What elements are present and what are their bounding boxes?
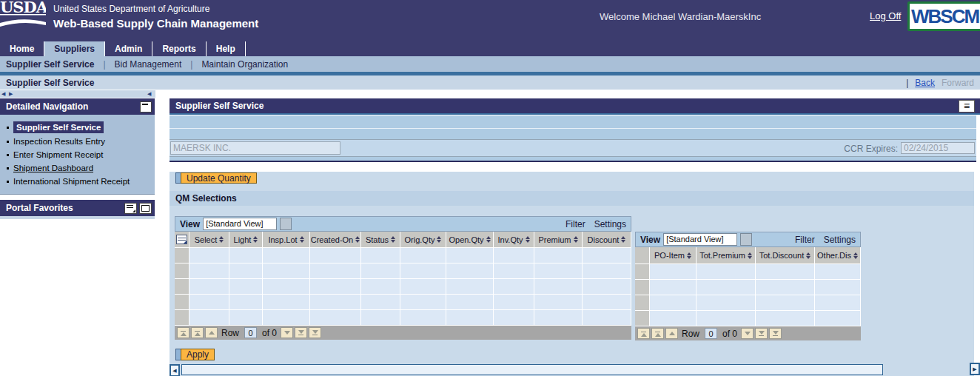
portal-favorites-strip: [0, 216, 155, 219]
row-selector[interactable]: [175, 295, 189, 310]
panel-menu-icon[interactable]: ≡: [959, 100, 975, 113]
view-select-dropdown-icon[interactable]: [740, 233, 752, 246]
column-header-tot-discount[interactable]: Tot.Discount: [756, 247, 815, 264]
apply-button[interactable]: Apply: [181, 349, 215, 360]
column-header-po-item[interactable]: PO-Item: [650, 247, 697, 264]
table-settings-cell[interactable]: [635, 247, 650, 264]
column-header-status[interactable]: Status: [361, 232, 400, 248]
table2-body: [635, 264, 861, 326]
page-down-button[interactable]: [295, 327, 307, 338]
first-row-button[interactable]: [177, 327, 189, 338]
view-select[interactable]: [Standard View]: [663, 233, 737, 246]
sidebar-item-international-shipment-receipt[interactable]: International Shipment Receipt: [0, 175, 155, 188]
minimize-icon[interactable]: [140, 101, 152, 113]
scroll-left-icon[interactable]: ◀: [170, 364, 180, 376]
qm-selections-table: View [Standard View] Filter Settings Sel…: [175, 216, 631, 340]
row-selector[interactable]: [175, 279, 189, 295]
row-number-input[interactable]: [244, 327, 257, 338]
sort-icon[interactable]: [486, 236, 491, 243]
table-settings-cell[interactable]: [175, 232, 189, 248]
sort-icon[interactable]: [437, 236, 441, 243]
detailed-navigation-header: Detailed Navigation: [0, 98, 155, 115]
settings-link[interactable]: Settings: [824, 235, 856, 245]
column-header-other-dis[interactable]: Other.Dis: [815, 247, 861, 264]
bullet-icon: [7, 141, 9, 143]
column-header-premium[interactable]: Premium: [534, 232, 583, 248]
row-selector[interactable]: [635, 280, 650, 295]
column-header-light[interactable]: Light: [229, 232, 263, 248]
sort-icon[interactable]: [219, 236, 224, 243]
sort-icon[interactable]: [300, 236, 304, 243]
row-down-button[interactable]: [741, 328, 754, 339]
last-row-button[interactable]: [309, 327, 321, 338]
page-down-button[interactable]: [755, 328, 768, 339]
log-off-link[interactable]: Log Off: [870, 10, 901, 21]
sidebar-item-inspection-results-entry[interactable]: Inspection Results Entry: [0, 135, 155, 148]
page-up-button[interactable]: [651, 328, 664, 339]
column-header-tot-premium[interactable]: Tot.Premium: [697, 247, 756, 264]
view-select-dropdown-icon[interactable]: [280, 218, 292, 230]
favorites-box-view-icon[interactable]: [139, 203, 152, 214]
row-selector[interactable]: [635, 264, 650, 280]
scroll-right-icon[interactable]: ▶: [970, 363, 980, 375]
row-selector[interactable]: [175, 310, 189, 326]
tab-home[interactable]: Home: [0, 41, 44, 56]
sort-icon[interactable]: [391, 236, 395, 243]
row-selector[interactable]: [175, 248, 189, 263]
row-selector[interactable]: [175, 263, 189, 279]
tab-admin[interactable]: Admin: [105, 41, 152, 56]
sort-icon[interactable]: [355, 236, 360, 243]
sort-icon[interactable]: [687, 252, 691, 259]
settings-link[interactable]: Settings: [594, 219, 626, 229]
wbscm-logo: WBSCM: [907, 1, 980, 31]
column-header-insp-lot[interactable]: Insp.Lot: [263, 232, 310, 248]
tab-suppliers[interactable]: Suppliers: [44, 41, 105, 56]
sort-icon[interactable]: [526, 236, 530, 243]
sidebar-item-shipment-dashboard[interactable]: Shipment Dashboard: [0, 161, 155, 175]
breadcrumb-separator: |: [906, 78, 908, 88]
sort-icon[interactable]: [574, 236, 578, 243]
filter-link[interactable]: Filter: [795, 235, 815, 245]
sort-icon[interactable]: [806, 252, 810, 259]
last-row-button[interactable]: [769, 328, 782, 339]
sidebar-item-enter-shipment-receipt[interactable]: Enter Shipment Receipt: [0, 148, 155, 161]
sort-icon[interactable]: [748, 252, 752, 259]
column-header-select[interactable]: Select: [189, 232, 229, 248]
subnav-maintain-organization[interactable]: Maintain Organization: [192, 59, 297, 70]
collapse-sidebar-icon[interactable]: ◀: [147, 90, 151, 98]
row-selector[interactable]: [635, 311, 650, 326]
column-header-inv-qty[interactable]: Inv.Qty: [494, 232, 534, 248]
forward-link[interactable]: Forward: [942, 78, 974, 88]
column-header-orig-qty[interactable]: Orig.Qty: [400, 232, 446, 248]
subnav-supplier-self-service[interactable]: Supplier Self Service: [0, 59, 103, 70]
view-label: View: [640, 235, 660, 245]
row-selector[interactable]: [635, 295, 650, 311]
column-header-open-qty[interactable]: Open.Qty: [446, 232, 494, 248]
subnav-bid-management[interactable]: Bid Management: [106, 59, 191, 70]
table2-toolbar: View [Standard View] Filter Settings: [635, 232, 861, 247]
row-number-input[interactable]: [705, 328, 717, 339]
first-row-button[interactable]: [637, 328, 650, 339]
row-down-button[interactable]: [281, 327, 293, 338]
back-link[interactable]: Back: [915, 78, 935, 88]
page-up-button[interactable]: [191, 327, 204, 338]
scrollbar-track[interactable]: [181, 364, 883, 375]
scroll-left-icon[interactable]: ◀: [1, 90, 5, 98]
sort-icon[interactable]: [253, 236, 258, 243]
row-up-button[interactable]: [205, 327, 218, 338]
sort-icon[interactable]: [853, 252, 858, 259]
update-quantity-button[interactable]: Update Quantity: [181, 172, 257, 184]
tab-reports[interactable]: Reports: [152, 41, 206, 56]
tab-help[interactable]: Help: [207, 41, 246, 56]
filter-link[interactable]: Filter: [565, 219, 585, 229]
sidebar-item-supplier-self-service[interactable]: Supplier Self Service: [0, 120, 155, 135]
scroll-right-icon[interactable]: ▶: [9, 90, 13, 98]
favorites-list-view-icon[interactable]: [124, 203, 137, 214]
table-row: [175, 263, 631, 279]
row-count-label: of 0: [722, 329, 737, 339]
column-header-discount[interactable]: Discount: [583, 232, 631, 248]
row-up-button[interactable]: [665, 328, 678, 339]
column-header-created-on[interactable]: Created-On: [310, 232, 361, 248]
sort-icon[interactable]: [621, 236, 625, 243]
view-select[interactable]: [Standard View]: [203, 218, 277, 230]
